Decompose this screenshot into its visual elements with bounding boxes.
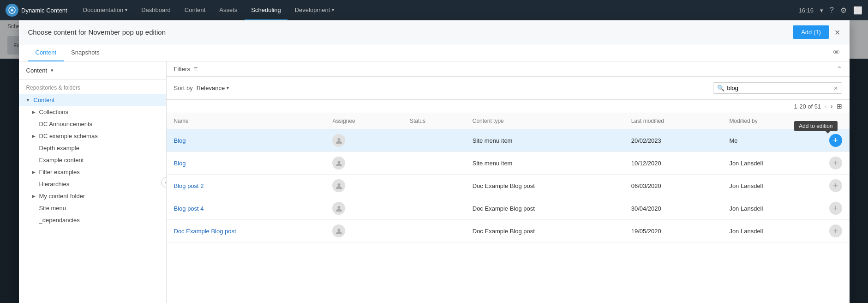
app-name: Dynamic Content xyxy=(21,7,67,14)
preview-icon[interactable]: 👁 xyxy=(833,48,840,57)
current-time: 16:16 xyxy=(799,7,814,14)
nav-content[interactable]: Content xyxy=(178,0,212,20)
app-logo[interactable]: Dynamic Content xyxy=(6,4,67,17)
settings-icon[interactable]: ⚙ xyxy=(840,6,847,15)
tab-snapshots[interactable]: Snapshots xyxy=(64,44,107,59)
chevron-down-icon: ▾ xyxy=(125,7,127,12)
choose-content-modal: Choose content for November pop up editi… xyxy=(19,20,850,59)
nav-items: Documentation ▾ Dashboard Content Assets… xyxy=(77,0,799,20)
modal-add-button[interactable]: Add (1) xyxy=(793,25,829,39)
help-icon[interactable]: ? xyxy=(830,6,834,14)
nav-scheduling[interactable]: Scheduling xyxy=(245,0,287,20)
nav-documentation[interactable]: Documentation ▾ xyxy=(77,0,134,20)
modal-overlay: Choose content for November pop up editi… xyxy=(0,20,868,59)
modal-header: Choose content for November pop up editi… xyxy=(19,20,850,44)
nav-dashboard[interactable]: Dashboard xyxy=(135,0,177,20)
modal-title: Choose content for November pop up editi… xyxy=(28,28,793,36)
chevron-down-icon: ▾ xyxy=(332,7,334,12)
top-navigation: Dynamic Content Documentation ▾ Dashboar… xyxy=(0,0,868,20)
nav-right: 16:16 ▾ ? ⚙ ⬜ xyxy=(799,6,862,15)
nav-development[interactable]: Development ▾ xyxy=(288,0,341,20)
tab-content[interactable]: Content xyxy=(28,44,64,59)
nav-assets[interactable]: Assets xyxy=(213,0,244,20)
caret-down-icon[interactable]: ▾ xyxy=(820,7,823,14)
window-icon[interactable]: ⬜ xyxy=(853,6,862,15)
logo-icon xyxy=(6,4,18,17)
modal-close-button[interactable]: × xyxy=(835,28,840,37)
modal-tabs: Content Snapshots 👁 xyxy=(19,44,850,59)
